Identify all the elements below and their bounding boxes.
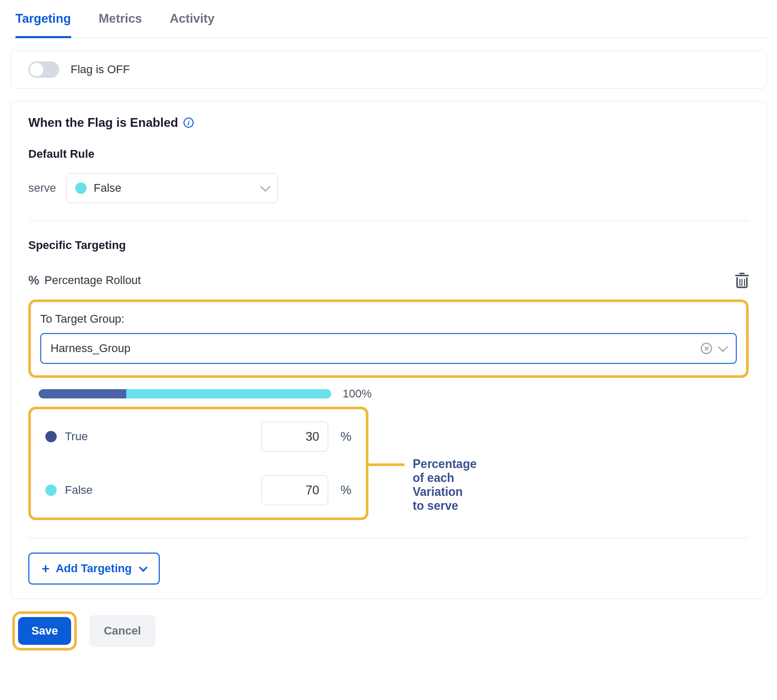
save-highlight: Save bbox=[12, 611, 77, 651]
add-targeting-label: Add Targeting bbox=[56, 562, 131, 575]
variation-false-row: False 70 % bbox=[45, 475, 351, 505]
footer-actions: Save Cancel bbox=[10, 611, 767, 651]
cancel-button[interactable]: Cancel bbox=[89, 615, 155, 647]
flag-enabled-card: When the Flag is Enabled i Default Rule … bbox=[10, 101, 767, 599]
percent-symbol: % bbox=[341, 483, 351, 497]
enabled-title: When the Flag is Enabled bbox=[28, 115, 178, 130]
target-group-label: To Target Group: bbox=[40, 312, 737, 326]
chevron-down-icon bbox=[139, 563, 147, 572]
chevron-down-icon bbox=[260, 181, 271, 192]
serve-label: serve bbox=[28, 181, 56, 195]
variation-dot-icon bbox=[75, 182, 87, 194]
flag-status-label: Flag is OFF bbox=[71, 63, 130, 76]
variation-true-input[interactable]: 30 bbox=[261, 422, 328, 452]
save-button[interactable]: Save bbox=[18, 617, 71, 645]
serve-select[interactable]: False bbox=[66, 173, 278, 203]
variation-dot-icon bbox=[45, 431, 57, 442]
specific-targeting-heading: Specific Targeting bbox=[28, 239, 749, 252]
info-icon[interactable]: i bbox=[183, 118, 194, 128]
target-group-highlight: To Target Group: Harness_Group ✕ bbox=[28, 299, 749, 378]
delete-icon[interactable] bbox=[735, 273, 749, 288]
variation-highlight: True 30 % False 70 % bbox=[28, 407, 368, 520]
tab-bar: Targeting Metrics Activity bbox=[10, 0, 767, 38]
tab-activity[interactable]: Activity bbox=[170, 11, 215, 38]
callout-text: Percentage of each Variation to serve bbox=[413, 457, 477, 513]
rollout-bar-total: 100% bbox=[343, 387, 371, 401]
target-group-value: Harness_Group bbox=[50, 342, 694, 355]
chevron-down-icon bbox=[718, 342, 728, 352]
callout-connector bbox=[368, 463, 404, 466]
clear-icon[interactable]: ✕ bbox=[701, 343, 712, 354]
variation-false-label: False bbox=[65, 484, 253, 497]
add-targeting-button[interactable]: + Add Targeting bbox=[28, 553, 160, 585]
variation-dot-icon bbox=[45, 485, 57, 496]
percent-symbol: % bbox=[341, 429, 351, 444]
percent-icon: % bbox=[28, 273, 39, 288]
tab-targeting[interactable]: Targeting bbox=[15, 11, 71, 38]
flag-status-card: Flag is OFF bbox=[10, 51, 767, 89]
tab-metrics[interactable]: Metrics bbox=[99, 11, 142, 38]
variation-true-row: True 30 % bbox=[45, 422, 351, 452]
serve-value: False bbox=[94, 181, 255, 195]
variation-false-input[interactable]: 70 bbox=[261, 475, 328, 505]
default-rule-heading: Default Rule bbox=[28, 147, 749, 161]
rollout-bar-true-fill bbox=[39, 389, 126, 398]
variation-true-label: True bbox=[65, 430, 253, 443]
percentage-rollout-label: Percentage Rollout bbox=[44, 274, 141, 287]
plus-icon: + bbox=[42, 561, 49, 577]
target-group-select[interactable]: Harness_Group ✕ bbox=[40, 333, 737, 364]
rollout-bar bbox=[39, 389, 331, 398]
flag-toggle[interactable] bbox=[28, 61, 59, 78]
